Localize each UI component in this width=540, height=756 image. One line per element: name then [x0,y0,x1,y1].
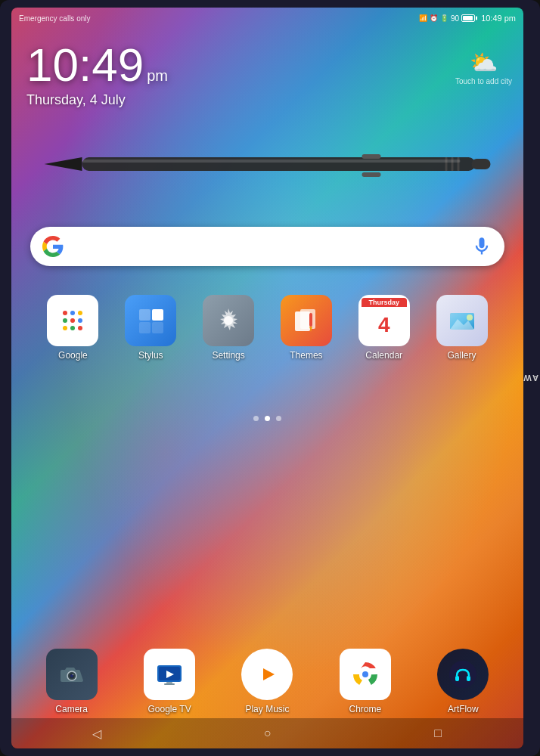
playmusic-label: Play Music [245,704,289,714]
page-indicators [11,416,523,421]
battery-bar [461,14,475,22]
stylus-label: Stylus [138,350,163,361]
svg-point-15 [63,326,67,330]
svg-rect-47 [467,676,470,681]
svg-rect-25 [309,313,312,327]
clock-time: 10:49 pm [26,42,168,88]
svg-point-10 [70,311,75,315]
google-g-logo [42,236,64,257]
app-grid: Google Stylus [11,295,523,367]
app-calendar[interactable]: Thursday 4 Calendar [350,295,418,361]
clock-hour: 10:49 [26,42,144,88]
app-chrome[interactable]: Chrome [331,649,399,714]
themes-label: Themes [290,350,322,361]
page-dot-2 [265,416,270,421]
back-button[interactable]: ◁ [82,718,112,748]
app-artflow[interactable]: ArtFlow [429,649,497,714]
svg-point-16 [70,326,75,330]
status-time: 10:49 pm [481,14,516,23]
svg-point-11 [78,311,82,315]
svg-rect-18 [139,309,151,321]
svg-rect-24 [300,309,315,329]
status-right: 📶 ⏰ 🔋 90 10:49 pm [419,14,516,23]
stylus-icon [125,295,176,346]
weather-widget[interactable]: ⛅ Touch to add city [455,49,512,85]
search-bar[interactable] [30,227,504,266]
nav-bar: ◁ ○ □ [11,718,523,748]
app-settings[interactable]: Settings [194,295,262,361]
gallery-label: Gallery [448,350,476,361]
svg-point-34 [72,674,73,676]
signal-icon: 🔋 [440,14,448,22]
artflow-icon [437,649,489,700]
svg-point-45 [449,661,476,688]
search-bar-container [30,227,504,266]
screen: Emergency calls only 📶 ⏰ 🔋 90 10:49 [11,8,523,748]
dock-row: Camera [23,649,512,714]
svg-point-44 [362,671,368,677]
google-label: Google [58,350,88,361]
gallery-icon [436,295,488,346]
app-playmusic[interactable]: Play Music [233,649,301,714]
settings-label: Settings [212,350,244,361]
home-button[interactable]: ○ [252,718,282,748]
calendar-label: Calendar [365,350,402,361]
svg-rect-46 [455,676,459,681]
svg-rect-19 [152,309,163,321]
svg-point-13 [70,318,75,323]
weather-icon: ⛅ [455,49,512,76]
svg-rect-20 [139,322,151,333]
google-icon [47,295,98,346]
app-gallery[interactable]: Gallery [428,295,496,361]
camera-icon [46,649,98,700]
clock-area: 10:49 pm Thursday, 4 July [26,42,168,108]
mic-icon[interactable] [471,236,492,257]
svg-point-17 [78,326,82,330]
battery-percent: 90 [451,14,459,23]
artflow-label: ArtFlow [448,704,479,714]
sim-icon: 📶 [419,14,427,22]
app-googletv[interactable]: Google TV [135,649,203,714]
svg-point-12 [63,318,67,323]
device-frame: HUAWEI [0,0,540,756]
settings-icon [203,295,254,346]
recents-button[interactable]: □ [423,718,453,748]
googletv-label: Google TV [148,704,191,714]
battery-fill [463,16,473,20]
clock-ampm: pm [147,68,168,83]
clock-date: Thursday, 4 July [26,92,168,108]
themes-icon [281,295,332,346]
alarm-icon: ⏰ [430,14,438,22]
emergency-text: Emergency calls only [19,14,90,23]
page-dot-1 [253,416,259,421]
status-bar: Emergency calls only 📶 ⏰ 🔋 90 10:49 [11,8,523,29]
app-google[interactable]: Google [39,295,107,361]
wallpaper [11,8,523,748]
status-icons: 📶 ⏰ 🔋 90 [419,14,475,23]
page-dot-3 [276,416,281,421]
svg-point-30 [467,314,473,321]
chrome-icon [340,649,391,700]
camera-label: Camera [55,704,88,714]
app-themes[interactable]: Themes [272,295,340,361]
svg-point-9 [63,311,67,315]
calendar-icon: Thursday 4 [358,295,410,346]
app-row-1: Google Stylus [34,295,501,361]
chrome-label: Chrome [349,704,382,714]
svg-rect-21 [152,322,163,333]
svg-rect-39 [164,683,175,685]
dock: Camera [11,649,523,714]
app-stylus[interactable]: Stylus [116,295,185,361]
playmusic-icon [241,649,293,700]
svg-point-14 [78,318,82,323]
weather-touch-text: Touch to add city [455,77,512,85]
app-camera[interactable]: Camera [38,649,106,714]
googletv-icon [144,649,195,700]
